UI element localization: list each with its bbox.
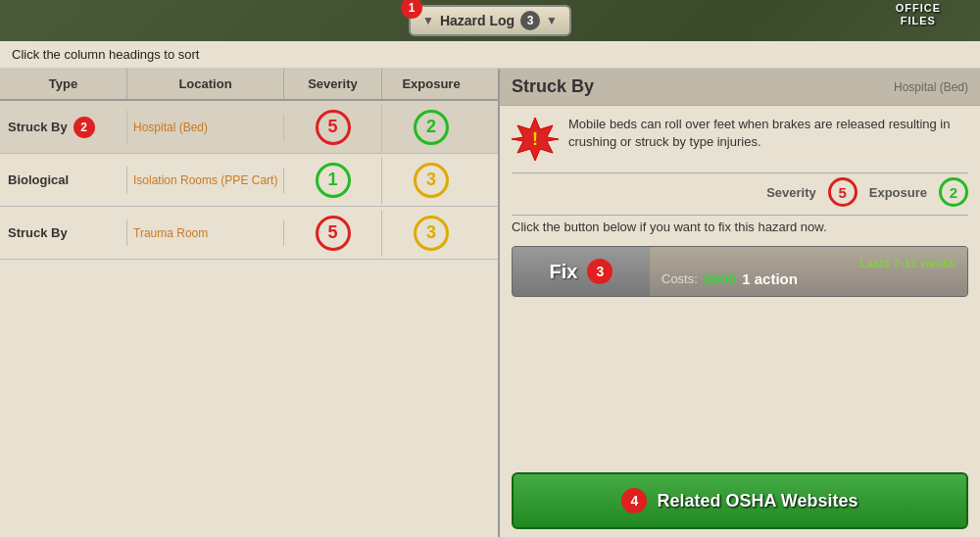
main-panel: Click the column headings to sort Type L…	[0, 41, 980, 537]
svg-text:!: !	[532, 129, 538, 149]
fix-info: Lasts 7-11 weeks Costs: $600 1 action	[650, 247, 967, 296]
row1-exposure-circle: 2	[414, 110, 449, 145]
severity-label: Severity	[766, 185, 816, 200]
row1-location: Hospital (Bed)	[133, 121, 208, 134]
fix-prompt: Click the button below if you want to fi…	[500, 216, 980, 242]
row2-severity-circle: 1	[316, 163, 351, 198]
row1-location-cell: Hospital (Bed)	[127, 115, 284, 140]
osha-badge: 4	[621, 488, 647, 513]
fix-area: Fix 3 Lasts 7-11 weeks Costs: $600 1 act…	[512, 246, 968, 297]
fix-badge: 3	[587, 259, 612, 284]
row2-exposure-circle: 3	[414, 163, 449, 198]
severity-exposure-row: Severity 5 Exposure 2	[500, 173, 980, 215]
row1-type-label: Struck By	[8, 120, 68, 134]
row2-type-label: Biological	[8, 172, 69, 187]
col-exposure-header[interactable]: Exposure	[382, 69, 480, 99]
detail-spacer	[500, 301, 980, 464]
row2-location-cell: Isolation Rooms (PPE Cart)	[127, 168, 284, 193]
content-area: Type Location Severity Exposure Struck B…	[0, 69, 980, 537]
table-body: Struck By 2 Hospital (Bed) 5 2	[0, 101, 498, 537]
row1-badge: 2	[74, 117, 95, 138]
table-row[interactable]: Struck By Trauma Room 5 3	[0, 207, 498, 260]
table-row[interactable]: Struck By 2 Hospital (Bed) 5 2	[0, 101, 498, 154]
col-severity-header[interactable]: Severity	[284, 69, 382, 99]
table-row[interactable]: Biological Isolation Rooms (PPE Cart) 1 …	[0, 154, 498, 207]
hazard-count-badge: 3	[520, 11, 540, 30]
fix-duration: Lasts 7-11 weeks	[662, 257, 956, 270]
col-location-header[interactable]: Location	[127, 69, 284, 99]
row3-location-cell: Trauma Room	[127, 220, 284, 246]
row2-type-cell: Biological	[0, 167, 127, 193]
arrow-right-icon: ▼	[546, 14, 558, 27]
fix-costs-row: Costs: $600 1 action	[662, 270, 956, 287]
row3-location: Trauma Room	[133, 226, 208, 240]
fix-button[interactable]: Fix 3	[513, 247, 650, 296]
row3-exposure-circle: 3	[414, 216, 449, 251]
hazard-log-label: Hazard Log	[440, 13, 514, 28]
detail-panel: Struck By Hospital (Bed) ! Mobile beds c…	[500, 69, 980, 537]
bottom-area: 4 Related OSHA Websites	[500, 464, 980, 537]
row3-type-cell: Struck By	[0, 220, 127, 246]
row1-severity-circle: 5	[316, 110, 351, 145]
arrow-left-icon: ▼	[422, 14, 434, 27]
sort-hint: Click the column headings to sort	[0, 41, 980, 69]
badge-1: 1	[401, 0, 422, 19]
detail-exposure-circle: 2	[939, 177, 968, 207]
exposure-label: Exposure	[869, 185, 927, 200]
costs-label: Costs:	[662, 271, 698, 286]
detail-header: Struck By Hospital (Bed)	[500, 69, 980, 106]
osha-label: Related OSHA Websites	[657, 491, 858, 512]
row1-exposure-cell: 2	[382, 104, 480, 151]
row2-location: Isolation Rooms (PPE Cart)	[133, 173, 277, 187]
row3-exposure-cell: 3	[382, 210, 480, 257]
detail-body: ! Mobile beds can roll over feet when br…	[500, 106, 980, 172]
row3-severity-cell: 5	[284, 210, 382, 257]
osha-button[interactable]: 4 Related OSHA Websites	[512, 472, 968, 529]
row2-exposure-cell: 3	[382, 157, 480, 204]
hazard-icon: !	[512, 116, 559, 163]
col-type-header[interactable]: Type	[0, 69, 127, 99]
row3-type-label: Struck By	[8, 225, 68, 240]
row1-type-cell: Struck By 2	[0, 111, 127, 144]
detail-location: Hospital (Bed)	[894, 80, 968, 94]
row2-severity-cell: 1	[284, 157, 382, 204]
detail-description: Mobile beds can roll over feet when brak…	[568, 116, 968, 151]
table-header: Type Location Severity Exposure	[0, 69, 498, 101]
row1-severity-cell: 5	[284, 104, 382, 151]
top-bar: 1 ▼ Hazard Log 3 ▼	[0, 0, 980, 41]
detail-severity-circle: 5	[828, 177, 858, 207]
costs-money: $600	[704, 270, 736, 287]
detail-title: Struck By	[512, 76, 594, 97]
fix-label: Fix	[550, 261, 578, 283]
hazard-log-button[interactable]: 1 ▼ Hazard Log 3 ▼	[409, 5, 571, 36]
hazard-table: Type Location Severity Exposure Struck B…	[0, 69, 500, 537]
costs-action: 1 action	[742, 270, 798, 287]
row3-severity-circle: 5	[316, 216, 351, 251]
